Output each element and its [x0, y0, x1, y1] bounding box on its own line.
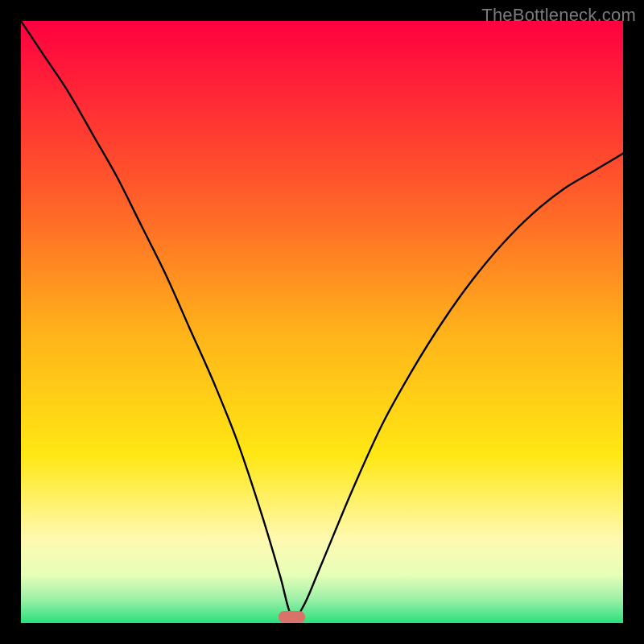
plot-svg [21, 21, 623, 623]
watermark-text: TheBottleneck.com [481, 5, 636, 26]
plot-area [21, 21, 623, 623]
chart-frame: TheBottleneck.com [0, 0, 644, 644]
gradient-background [21, 21, 623, 623]
optimum-marker-icon [279, 611, 306, 622]
